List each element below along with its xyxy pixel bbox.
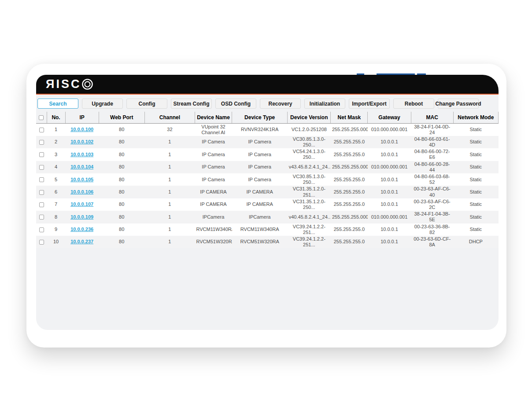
cell-gateway: 10.0.0.1 bbox=[368, 148, 411, 161]
ip-cell: 10.0.0.100 bbox=[65, 123, 99, 136]
ip-link[interactable]: 10.0.0.109 bbox=[70, 214, 93, 220]
cell-no: 9 bbox=[47, 223, 65, 236]
cell-network-mode: Static bbox=[453, 198, 498, 211]
cell-net-mask: 255.255.255.0 bbox=[331, 173, 368, 186]
table-row[interactable]: 8 10.0.0.109 80 1 IPCamera IPCamera v40.… bbox=[36, 211, 499, 223]
cell-network-mode: Static bbox=[453, 148, 498, 161]
cell-channel: 1 bbox=[144, 148, 195, 161]
cell-net-mask: 255.255.255.0 bbox=[331, 186, 368, 198]
checkbox-cell bbox=[36, 236, 47, 248]
col-device-name: Device Name bbox=[195, 112, 232, 123]
row-checkbox[interactable] bbox=[39, 215, 44, 220]
cell-device-version: VC31.35.1.2.0-250... bbox=[288, 198, 331, 211]
cell-mac: 04-B0-66-03-61-4D bbox=[411, 136, 453, 148]
osd-config-button[interactable]: OSD Config bbox=[215, 99, 256, 109]
table-row[interactable]: 3 10.0.0.103 80 1 IP Camera IP Camera VC… bbox=[36, 148, 499, 161]
cell-device-version: VC39.24.1.2.2-251... bbox=[288, 236, 331, 248]
cell-device-type: IP Camera bbox=[232, 148, 288, 161]
table-row[interactable]: 7 10.0.0.107 80 1 IP CAMERA IP CAMERA VC… bbox=[36, 198, 499, 211]
cell-channel: 1 bbox=[144, 173, 195, 186]
row-checkbox[interactable] bbox=[39, 202, 44, 207]
stream-config-button[interactable]: Stream Config bbox=[171, 99, 212, 109]
row-checkbox[interactable] bbox=[39, 177, 44, 182]
cell-device-version: v43.45.8.2.4.1_24... bbox=[288, 161, 331, 173]
cell-no: 10 bbox=[47, 236, 65, 248]
ip-link[interactable]: 10.0.0.102 bbox=[70, 139, 93, 144]
cell-channel: 1 bbox=[144, 211, 195, 223]
cell-device-name: IPCamera bbox=[195, 211, 232, 223]
ip-link[interactable]: 10.0.0.103 bbox=[70, 152, 93, 157]
table-row[interactable]: 6 10.0.0.106 80 1 IP CAMERA IP CAMERA VC… bbox=[36, 186, 499, 198]
cell-no: 3 bbox=[47, 148, 65, 161]
checkbox-cell bbox=[36, 136, 47, 148]
cell-device-name: VUpoint 32 Channel AI bbox=[195, 123, 232, 136]
table-row[interactable]: 10 10.0.0.237 80 1 RVCM51W320RA RVCM51W3… bbox=[36, 236, 499, 248]
risco-logo: ЯISC bbox=[46, 78, 93, 90]
ip-link[interactable]: 10.0.0.100 bbox=[70, 127, 93, 132]
cell-web-port: 80 bbox=[99, 161, 144, 173]
cell-channel: 32 bbox=[144, 123, 195, 136]
ip-link[interactable]: 10.0.0.106 bbox=[70, 189, 93, 194]
checkbox-cell bbox=[36, 148, 47, 161]
ip-link[interactable]: 10.0.0.236 bbox=[70, 227, 93, 232]
cell-device-version: VC30.85.1.3.0-250... bbox=[288, 173, 331, 186]
upgrade-button[interactable]: Upgrade bbox=[82, 99, 123, 109]
cell-channel: 1 bbox=[144, 236, 195, 248]
cell-no: 5 bbox=[47, 173, 65, 186]
cell-network-mode: Static bbox=[453, 173, 498, 186]
ip-link[interactable]: 10.0.0.105 bbox=[70, 177, 93, 182]
cell-device-name: IP Camera bbox=[195, 136, 232, 148]
reboot-button[interactable]: Reboot bbox=[393, 99, 434, 109]
row-checkbox[interactable] bbox=[39, 165, 44, 170]
cell-device-type: IP Camera bbox=[232, 173, 288, 186]
cell-network-mode: Static bbox=[453, 123, 498, 136]
import-export-button[interactable]: Import/Export bbox=[349, 99, 390, 109]
col-device-type: Device Type bbox=[232, 112, 288, 123]
cell-gateway: 10.0.0.1 bbox=[368, 223, 411, 236]
ip-cell: 10.0.0.109 bbox=[65, 211, 99, 223]
checkbox-cell bbox=[36, 123, 47, 136]
cell-channel: 1 bbox=[144, 136, 195, 148]
ip-link[interactable]: 10.0.0.104 bbox=[70, 164, 93, 169]
cell-device-name: RVCM11W340RA bbox=[195, 223, 232, 236]
cell-network-mode: DHCP bbox=[453, 236, 498, 248]
config-button[interactable]: Config bbox=[126, 99, 167, 109]
cell-device-name: IP CAMERA bbox=[195, 198, 232, 211]
row-checkbox[interactable] bbox=[39, 152, 44, 157]
cell-mac: 04-B0-66-03-68-52 bbox=[411, 173, 453, 186]
table-row[interactable]: 5 10.0.0.105 80 1 IP Camera IP Camera VC… bbox=[36, 173, 499, 186]
cell-device-type: IP Camera bbox=[232, 136, 288, 148]
ip-link[interactable]: 10.0.0.237 bbox=[70, 239, 93, 244]
select-all-checkbox[interactable] bbox=[39, 115, 44, 120]
col-gateway: Gateway bbox=[368, 112, 411, 123]
row-checkbox[interactable] bbox=[39, 227, 44, 232]
table-row[interactable]: 2 10.0.0.102 80 1 IP Camera IP Camera VC… bbox=[36, 136, 499, 148]
recovery-button[interactable]: Recovery bbox=[260, 99, 301, 109]
cell-net-mask: 255.255.255.0 bbox=[331, 148, 368, 161]
change-password-button[interactable]: Change Password bbox=[438, 99, 479, 109]
cell-web-port: 80 bbox=[99, 173, 144, 186]
cell-no: 6 bbox=[47, 186, 65, 198]
row-checkbox[interactable] bbox=[39, 128, 44, 132]
checkbox-cell bbox=[36, 211, 47, 223]
col-no: No. bbox=[47, 112, 65, 123]
cell-gateway: 10.0.0.1 bbox=[368, 198, 411, 211]
cell-device-version: VC39.24.1.2.2-251... bbox=[288, 223, 331, 236]
table-row[interactable]: 4 10.0.0.104 80 1 IP Camera IP Camera v4… bbox=[36, 161, 499, 173]
table-header-row: No. IP Web Port Channel Device Name Devi… bbox=[36, 112, 499, 123]
ip-cell: 10.0.0.103 bbox=[65, 148, 99, 161]
ip-link[interactable]: 10.0.0.107 bbox=[70, 201, 93, 207]
cell-web-port: 80 bbox=[99, 198, 144, 211]
row-checkbox[interactable] bbox=[39, 140, 44, 145]
row-checkbox[interactable] bbox=[39, 190, 44, 195]
table-row[interactable]: 9 10.0.0.236 80 1 RVCM11W340RA RVCM11W34… bbox=[36, 223, 499, 236]
checkbox-cell bbox=[36, 173, 47, 186]
table-row[interactable]: 1 10.0.0.100 80 32 VUpoint 32 Channel AI… bbox=[36, 123, 499, 136]
search-button[interactable]: Search bbox=[37, 99, 78, 109]
cell-web-port: 80 bbox=[99, 236, 144, 248]
row-checkbox[interactable] bbox=[39, 240, 44, 245]
cell-gateway: 010.000.000.001 bbox=[368, 161, 411, 173]
cell-net-mask: 255.255.255.0 bbox=[331, 223, 368, 236]
col-web-port: Web Port bbox=[99, 112, 144, 123]
initialization-button[interactable]: Initialization bbox=[304, 99, 345, 109]
